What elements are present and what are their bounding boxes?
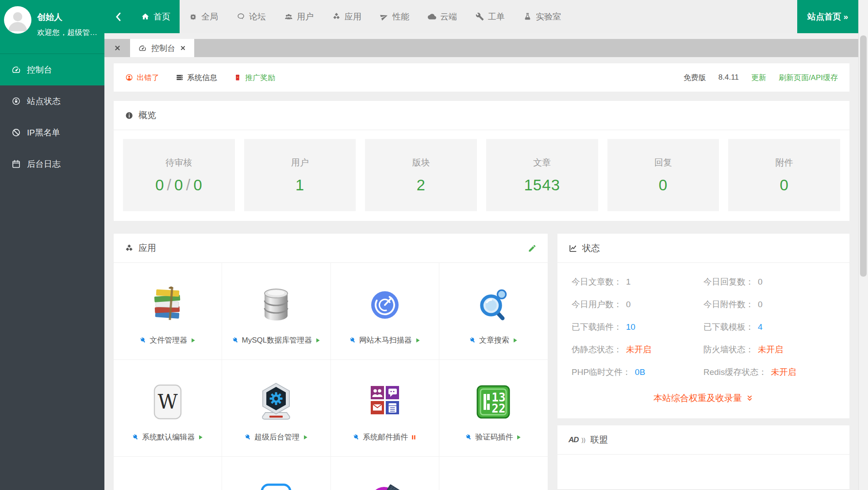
nav-item-global[interactable]: 全局 [180,0,227,33]
cloud-icon [428,12,436,21]
scrollbar-thumb[interactable] [860,35,867,277]
plug-icon [232,336,239,344]
app-default-editor[interactable]: W 系统默认编辑器 [114,360,222,457]
site-rank-label: 本站综合权重及收录量 [653,392,742,404]
stat-label: 版块 [412,157,430,169]
status-row: 今日附件数：0 [703,298,835,311]
panel-title: 应用 [138,242,156,254]
panel-title: 联盟 [590,434,608,446]
nav-item-cloud[interactable]: 云端 [419,0,466,33]
red-packet-icon [234,73,242,81]
scanner-gauge-icon [364,284,406,326]
scrollbar[interactable] [858,0,868,490]
apps-panel: 应用 文件管理器 [114,234,548,490]
tab-console[interactable]: 控制台 [130,39,194,57]
info-circle-icon [125,111,134,120]
app-file-manager[interactable]: 文件管理器 [114,263,222,360]
stat-card-users: 用户 1 [244,139,356,211]
main-area: 首页 全局 论坛 用户 应用 [104,0,868,490]
database-icon [255,284,297,326]
run-app-icon[interactable] [512,337,518,343]
lock-circle-icon [12,96,21,106]
app-cell-partial-1[interactable] [114,457,222,490]
app-name: 网站木马扫描器 [359,335,412,345]
plug-icon [465,433,472,441]
plug-icon [132,433,139,441]
run-app-icon[interactable] [197,434,204,440]
sidebar-item-ip-blacklist[interactable]: IP黑名单 [0,117,104,148]
app-mysql-manager[interactable]: MySQL数据库管理器 [222,263,330,360]
ad-waves-icon: )) [582,436,586,443]
stat-value: 1543 [524,176,560,194]
pause-app-icon[interactable] [411,434,417,440]
nav-label: 实验室 [536,11,561,23]
update-link[interactable]: 更新 [751,73,766,83]
site-home-button[interactable]: 站点首页 » [797,0,858,33]
app-label: 超级后台管理 [244,432,308,442]
app-cell-partial-4[interactable] [439,457,548,490]
nav-label: 应用 [345,11,361,23]
toolbar-label: 出错了 [137,73,159,83]
purple-disc-icon [364,478,406,490]
run-app-icon[interactable] [190,337,196,343]
site-rank-toggle[interactable]: 本站综合权重及收录量 [557,382,849,418]
run-app-icon[interactable] [415,337,421,343]
avatar[interactable] [4,6,31,34]
app-name: 文章搜索 [479,335,509,345]
app-label: 系统默认编辑器 [132,432,204,442]
simplify-arrow-icon: 简 [255,478,297,490]
app-name: MySQL数据库管理器 [242,335,312,345]
stat-label: 文章 [533,157,551,169]
nav-item-home[interactable]: 首页 [132,0,180,33]
close-all-tabs-button[interactable] [104,39,130,57]
sidebar-item-admin-log[interactable]: 后台日志 [0,148,104,180]
app-system-mail[interactable]: 系统邮件插件 [331,360,439,457]
apps-header: 应用 [114,234,548,263]
run-app-icon[interactable] [515,434,522,440]
tabbar: 控制台 [104,39,868,57]
app-cell-partial-3[interactable] [331,457,439,490]
error-report-button[interactable]: 出错了 [125,73,159,83]
app-article-search[interactable]: 文章搜索 [439,263,548,360]
app-captcha-plugin[interactable]: 1322 验证码插件 [439,360,548,457]
app-name: 系统邮件插件 [363,432,408,442]
status-panel: 状态 今日文章数：1 今日回复数：0 今日用户数：0 今日附件数：0 已下载插件… [557,234,849,418]
overview-header: 概览 [114,101,849,130]
run-app-icon[interactable] [315,337,321,343]
app-super-admin[interactable]: 超级后台管理 [222,360,330,457]
user-circle-icon [125,73,133,81]
refresh-cache-link[interactable]: 刷新页面/API缓存 [779,73,838,83]
sidebar-item-site-status[interactable]: 站点状态 [0,85,104,117]
editor-w-icon: W [146,381,189,423]
collapse-sidebar-button[interactable] [104,0,132,33]
app-trojan-scanner[interactable]: 网站木马扫描器 [331,263,439,360]
stat-card-replies: 回复 0 [607,139,719,211]
status-row: Redis缓存状态：未开启 [703,366,835,379]
app-name: 超级后台管理 [254,432,300,442]
nav-item-forum[interactable]: 论坛 [227,0,275,33]
app-cell-partial-2[interactable]: 简 [222,457,330,490]
nav-item-performance[interactable]: 性能 [371,0,419,33]
edit-apps-pencil-icon[interactable] [528,244,537,253]
topbar: 首页 全局 论坛 用户 应用 [104,0,868,33]
nav-item-lab[interactable]: 实验室 [514,0,570,33]
nav-item-tickets[interactable]: 工单 [466,0,514,33]
nav-item-apps[interactable]: 应用 [323,0,371,33]
run-app-icon[interactable] [302,434,308,440]
stat-label: 待审核 [165,157,192,169]
close-tab-icon[interactable] [180,45,186,51]
status-row: PHP临时文件：0B [572,366,703,379]
lower-columns: 应用 文件管理器 [114,234,849,490]
sidebar-item-console[interactable]: 控制台 [0,54,104,85]
users-icon [284,12,293,21]
plug-icon [349,336,357,344]
system-info-button[interactable]: 系统信息 [176,73,217,83]
app-label: 验证码插件 [465,432,522,442]
stat-value: 2 [416,176,425,194]
nav-label: 用户 [297,11,314,23]
sidebar-item-label: 站点状态 [27,96,61,107]
panel-title: 概览 [138,109,156,121]
admin-hexagon-icon [255,381,297,423]
nav-item-users[interactable]: 用户 [275,0,323,33]
promo-reward-button[interactable]: 推广奖励 [234,73,275,83]
